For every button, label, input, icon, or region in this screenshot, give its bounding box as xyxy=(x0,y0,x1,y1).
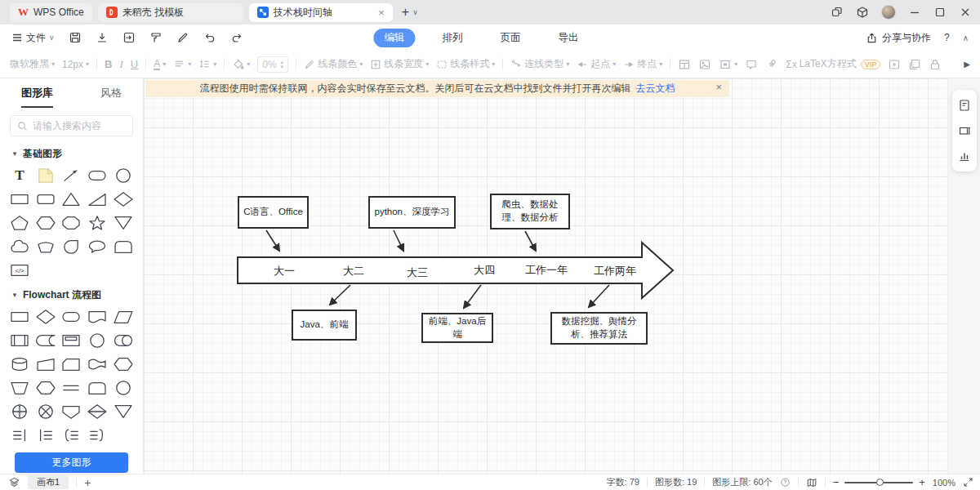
shape-document[interactable] xyxy=(86,306,109,327)
shape-annotation-right[interactable] xyxy=(8,425,31,446)
shape-star[interactable] xyxy=(86,212,109,234)
shape-hexagon[interactable] xyxy=(34,212,57,234)
hyperlink-button[interactable] xyxy=(765,58,778,71)
shape-pill[interactable] xyxy=(86,165,109,186)
canvas-layers-icon[interactable] xyxy=(8,476,20,488)
search-input[interactable] xyxy=(33,120,122,131)
chart-icon[interactable] xyxy=(958,149,971,163)
save-button[interactable] xyxy=(69,31,82,44)
timeline-stage-label[interactable]: 大一 xyxy=(274,265,295,277)
shape-merge[interactable] xyxy=(112,401,135,422)
shape-paper-tape[interactable] xyxy=(86,354,109,375)
close-tab-icon[interactable]: × xyxy=(378,7,385,19)
format-painter-button[interactable] xyxy=(149,31,163,44)
undo-button[interactable] xyxy=(203,31,216,44)
shape-box-top-2[interactable]: python、深度学习 xyxy=(368,196,456,229)
menu-tab-page[interactable]: 页面 xyxy=(489,29,531,47)
shape-brace-left[interactable] xyxy=(86,425,109,446)
shape-decision[interactable] xyxy=(34,306,57,327)
tab-docer-templates[interactable]: 来稻壳 找模板 xyxy=(98,3,243,22)
shape-delay[interactable] xyxy=(86,377,109,399)
shape-pentagon[interactable] xyxy=(8,212,31,234)
import-button[interactable] xyxy=(122,31,136,44)
shape-circle-alt[interactable] xyxy=(112,377,135,399)
shape-brace-right[interactable] xyxy=(60,425,82,446)
line-style-button[interactable]: 线条样式▾ xyxy=(436,57,495,71)
line-width-button[interactable]: 线条宽度▾ xyxy=(370,57,429,71)
embed-button[interactable] xyxy=(888,58,901,71)
shape-annotation-left[interactable] xyxy=(34,425,57,446)
maximize-button[interactable] xyxy=(933,6,947,19)
lock-button[interactable] xyxy=(929,58,942,71)
help-circle-icon[interactable] xyxy=(780,477,791,488)
zoom-track[interactable] xyxy=(844,482,913,483)
shape-rounded-top-rectangle[interactable] xyxy=(112,236,135,257)
shape-terminator[interactable] xyxy=(60,306,82,327)
shape-manual-operation[interactable] xyxy=(34,354,57,375)
menu-tab-arrange[interactable]: 排列 xyxy=(431,29,473,47)
collapse-toolbar-icon[interactable]: ∧ xyxy=(963,33,969,42)
shape-box-bottom-3[interactable]: 数据挖掘、舆情分析、推荐算法 xyxy=(550,312,648,345)
font-family-select[interactable]: 微软雅黑▾ xyxy=(10,57,55,71)
edit-pencil-button[interactable] xyxy=(176,31,189,44)
download-button[interactable] xyxy=(96,31,109,44)
shape-process[interactable] xyxy=(8,306,31,327)
shape-summing-junction[interactable] xyxy=(34,401,57,422)
shape-direct-data[interactable] xyxy=(112,330,135,351)
shape-shell[interactable] xyxy=(34,236,57,257)
insert-shape-button[interactable]: ▾ xyxy=(719,58,737,71)
minimap-icon[interactable] xyxy=(806,477,817,488)
insert-image-button[interactable] xyxy=(698,58,711,71)
shape-parallelogram[interactable] xyxy=(112,306,135,327)
shape-preparation[interactable] xyxy=(112,354,135,375)
redo-button[interactable] xyxy=(230,31,243,44)
section-flowchart-shapes[interactable]: ▼ Flowchart 流程图 xyxy=(0,281,143,305)
shape-diamond[interactable] xyxy=(112,189,135,210)
window-layout-icon[interactable] xyxy=(831,6,844,19)
toolbar-more-arrow[interactable]: ▶ xyxy=(964,60,970,69)
help-button[interactable]: ? xyxy=(944,32,950,43)
shape-rounded-rectangle[interactable] xyxy=(34,189,57,210)
font-size-select[interactable]: 12px▾ xyxy=(62,59,89,70)
sidebar-tab-style[interactable]: 风格 xyxy=(100,86,122,108)
share-collaborate-button[interactable]: 分享与协作 xyxy=(866,31,931,45)
tab-wps-office[interactable]: W WPS Office xyxy=(10,3,92,22)
bold-button[interactable]: B xyxy=(105,58,112,70)
shape-inverted-triangle[interactable] xyxy=(112,212,135,234)
end-point-button[interactable]: 终点▾ xyxy=(623,57,662,71)
menu-tab-edit[interactable]: 编辑 xyxy=(373,29,415,47)
underline-button[interactable]: U xyxy=(131,58,138,70)
shape-display[interactable] xyxy=(60,401,82,422)
shape-predefined-process[interactable] xyxy=(8,330,31,351)
align-button[interactable]: ▾ xyxy=(173,58,191,70)
integrations-cube-icon[interactable] xyxy=(856,6,869,19)
shape-speech-bubble[interactable] xyxy=(86,236,109,257)
font-color-button[interactable]: A▾ xyxy=(154,59,166,70)
timeline-stage-label[interactable]: 大三 xyxy=(407,266,428,278)
timeline-stage-label[interactable]: 工作一年 xyxy=(525,264,568,276)
shape-stored-data[interactable] xyxy=(34,330,57,351)
zoom-thumb[interactable] xyxy=(876,479,884,486)
shape-box-bottom-1[interactable]: Java、前端 xyxy=(292,310,357,341)
file-menu-button[interactable]: 文件 ∨ xyxy=(11,31,55,45)
timeline-stage-label[interactable]: 工作两年 xyxy=(594,265,636,277)
shape-box-top-1[interactable]: C语言、Office xyxy=(238,196,309,229)
shape-trapezoid[interactable] xyxy=(8,377,31,399)
shape-card[interactable] xyxy=(60,354,82,375)
user-avatar[interactable] xyxy=(881,5,896,20)
shape-box-bottom-2[interactable]: 前端、Java后端 xyxy=(421,313,493,343)
shape-hexagon-alt[interactable] xyxy=(34,377,57,399)
shape-sticky-note[interactable] xyxy=(34,165,57,186)
fullscreen-icon[interactable] xyxy=(963,477,973,488)
sidebar-tab-shapes[interactable]: 图形库 xyxy=(21,86,53,108)
close-window-button[interactable] xyxy=(959,6,972,19)
shape-or-junction[interactable] xyxy=(8,401,31,422)
new-tab-dropdown-icon[interactable]: ∨ xyxy=(412,8,418,16)
shape-database[interactable] xyxy=(8,354,31,375)
shape-triangle[interactable] xyxy=(60,189,82,210)
shape-text[interactable]: T xyxy=(8,165,31,186)
latex-equation-button[interactable]: ΣxLaTeX方程式VIP xyxy=(786,57,880,71)
shape-search-box[interactable] xyxy=(10,115,133,136)
drawing-canvas[interactable]: 流程图使用时需保持联网，内容会实时保存至云文档。关闭后可在云文档中找到文件并打开… xyxy=(144,78,947,474)
shape-cloud[interactable] xyxy=(8,236,31,257)
